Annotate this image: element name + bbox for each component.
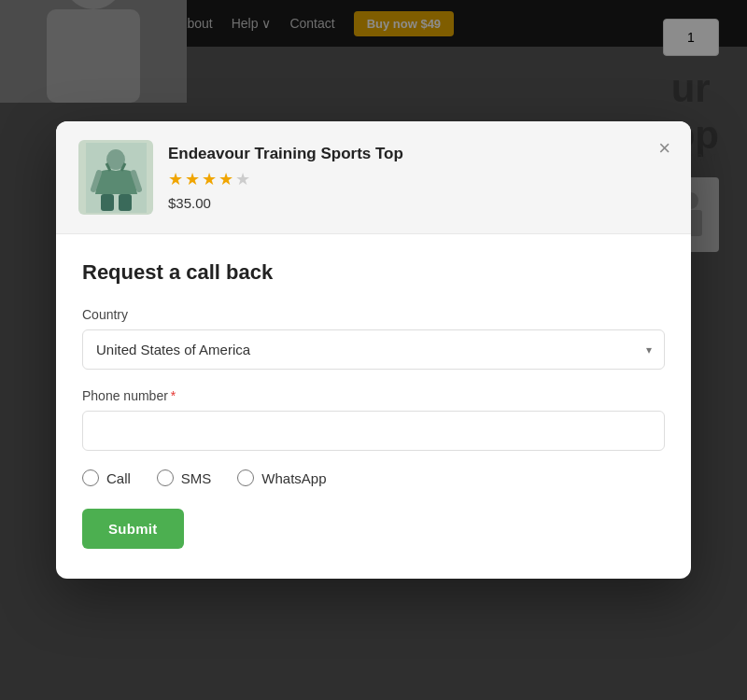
product-price: $35.00 — [168, 195, 669, 211]
radio-call[interactable] — [82, 469, 99, 486]
close-button[interactable]: × — [655, 134, 674, 162]
product-info: Endeavour Training Sports Top ★ ★ ★ ★ ★ … — [168, 145, 669, 211]
star-2: ★ — [185, 169, 200, 189]
radio-call-label: Call — [106, 470, 131, 486]
modal-container: Endeavour Training Sports Top ★ ★ ★ ★ ★ … — [56, 121, 691, 579]
modal-overlay: Endeavour Training Sports Top ★ ★ ★ ★ ★ … — [0, 0, 747, 700]
svg-rect-7 — [119, 194, 132, 211]
product-stars: ★ ★ ★ ★ ★ — [168, 169, 669, 189]
country-select-wrapper: United States of America United Kingdom … — [82, 329, 665, 370]
radio-call-item[interactable]: Call — [82, 469, 131, 486]
radio-whatsapp-label: WhatsApp — [261, 470, 326, 486]
radio-sms-item[interactable]: SMS — [157, 469, 212, 486]
phone-group: Phone number* — [82, 388, 665, 451]
radio-whatsapp[interactable] — [237, 469, 254, 486]
contact-method-group: Call SMS WhatsApp — [82, 469, 665, 486]
svg-rect-6 — [101, 194, 114, 211]
modal-body: Request a call back Country United State… — [56, 234, 691, 579]
product-name: Endeavour Training Sports Top — [168, 145, 669, 163]
phone-input[interactable] — [82, 411, 665, 451]
star-1: ★ — [168, 169, 183, 189]
star-5: ★ — [235, 169, 250, 189]
radio-whatsapp-item[interactable]: WhatsApp — [237, 469, 326, 486]
phone-label: Phone number* — [82, 388, 665, 403]
radio-sms-label: SMS — [181, 470, 212, 486]
star-4: ★ — [218, 169, 233, 189]
radio-sms[interactable] — [157, 469, 174, 486]
country-select[interactable]: United States of America United Kingdom … — [82, 329, 665, 370]
star-3: ★ — [202, 169, 217, 189]
country-label: Country — [82, 307, 665, 322]
submit-button[interactable]: Submit — [82, 509, 184, 549]
modal-product-header: Endeavour Training Sports Top ★ ★ ★ ★ ★ … — [56, 121, 691, 234]
modal-title: Request a call back — [82, 260, 665, 285]
required-indicator: * — [171, 388, 176, 403]
product-image — [78, 140, 153, 215]
country-group: Country United States of America United … — [82, 307, 665, 370]
